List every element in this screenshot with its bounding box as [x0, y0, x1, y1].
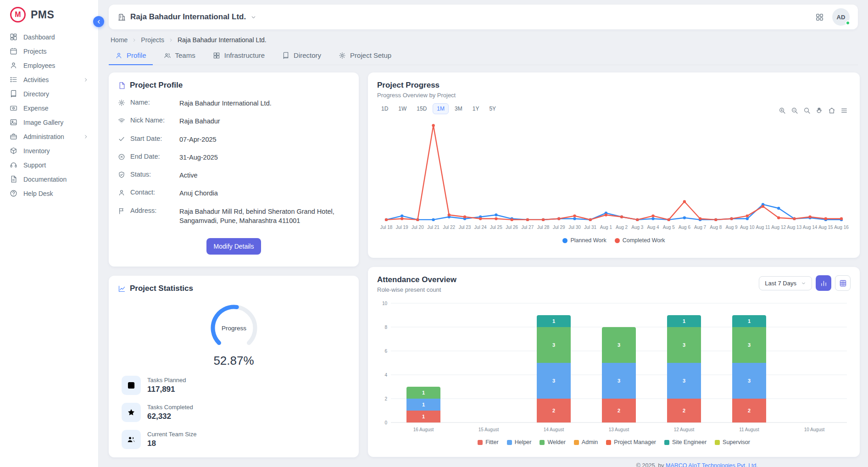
- date-range-select[interactable]: Last 7 Days: [759, 276, 812, 290]
- infrastructure-icon: [213, 52, 220, 59]
- range-button-5y[interactable]: 5Y: [485, 103, 500, 114]
- breadcrumb-separator-icon: [132, 38, 137, 43]
- progress-line-chart[interactable]: Jul 18Jul 19Jul 20Jul 21Jul 22Jul 23Jul …: [377, 114, 851, 233]
- time-range-selector: 1D1W15D1M3M1Y5Y: [377, 103, 500, 114]
- sidebar-item-image-gallery[interactable]: Image Gallery: [5, 115, 94, 129]
- directory-icon: [10, 90, 17, 98]
- zoom-out-icon[interactable]: [791, 107, 798, 114]
- person-icon: [115, 52, 122, 59]
- sidebar-item-activities[interactable]: Activities: [5, 72, 94, 87]
- sidebar-item-label: Help Desk: [23, 190, 53, 197]
- legend-swatch: [540, 440, 545, 445]
- sidebar-item-administration[interactable]: Administration: [5, 129, 94, 144]
- chevron-down-icon: [250, 14, 256, 20]
- tab-directory[interactable]: Directory: [276, 46, 328, 65]
- range-button-1w[interactable]: 1W: [394, 103, 411, 114]
- app-logo[interactable]: M PMS: [0, 0, 98, 28]
- tab-project-setup[interactable]: Project Setup: [332, 46, 398, 65]
- breadcrumb-link-projects[interactable]: Projects: [141, 36, 164, 44]
- attendance-bar-chart[interactable]: 024681011116 August15 August233114 Augus…: [377, 299, 851, 434]
- sidebar-item-label: Inventory: [23, 147, 50, 155]
- svg-text:Jul 19: Jul 19: [396, 225, 408, 230]
- svg-text:3: 3: [618, 378, 620, 384]
- magnifier-icon[interactable]: [803, 107, 811, 114]
- svg-text:1: 1: [422, 414, 425, 419]
- legend-item-completed-work[interactable]: Completed Work: [615, 237, 665, 244]
- field-label: Address:: [130, 207, 174, 214]
- svg-text:Jul 25: Jul 25: [490, 225, 502, 230]
- legend-item-site-engineer[interactable]: Site Engineer: [664, 439, 707, 445]
- user-avatar[interactable]: AD: [832, 8, 850, 26]
- range-button-1m[interactable]: 1M: [433, 103, 449, 114]
- bar-view-button[interactable]: [816, 275, 831, 291]
- svg-text:Aug 2: Aug 2: [616, 225, 628, 230]
- legend-item-admin[interactable]: Admin: [574, 439, 598, 445]
- legend-item-supervisor[interactable]: Supervisor: [715, 439, 750, 445]
- svg-text:8: 8: [384, 325, 387, 330]
- date-range-label: Last 7 Days: [765, 280, 796, 287]
- tab-infrastructure[interactable]: Infrastructure: [206, 46, 271, 65]
- sidebar-item-label: Image Gallery: [23, 119, 63, 126]
- teams-icon: [164, 52, 171, 59]
- legend-swatch: [615, 238, 620, 243]
- menu-icon[interactable]: [840, 107, 848, 114]
- stat-value: 62,332: [147, 412, 193, 421]
- sidebar-item-employees[interactable]: Employees: [5, 58, 94, 72]
- sidebar-item-directory[interactable]: Directory: [5, 87, 94, 101]
- sidebar-item-label: Support: [23, 161, 46, 169]
- table-view-button[interactable]: [835, 275, 851, 291]
- sidebar-item-projects[interactable]: Projects: [5, 44, 94, 58]
- svg-text:Jul 23: Jul 23: [459, 225, 471, 230]
- legend-item-fitter[interactable]: Fitter: [478, 439, 498, 445]
- tab-label: Teams: [175, 51, 195, 59]
- legend-item-project-manager[interactable]: Project Manager: [606, 439, 656, 445]
- tab-label: Project Setup: [350, 51, 391, 59]
- progress-card-subtitle: Progress Overview by Project: [377, 92, 851, 99]
- footer-link[interactable]: MARCO AIoT Technologies Pvt. Ltd.: [666, 462, 758, 467]
- sidebar-collapse-button[interactable]: [93, 16, 104, 27]
- sidebar-item-dashboard[interactable]: Dashboard: [5, 30, 94, 44]
- attendance-title-block: Attendance Overview Role-wise present co…: [377, 275, 456, 293]
- company-selector[interactable]: Raja Bahadur International Ltd.: [118, 12, 256, 22]
- home-icon[interactable]: [828, 107, 835, 114]
- dashboard-icon: [10, 33, 17, 41]
- range-button-15d[interactable]: 15D: [412, 103, 431, 114]
- sidebar-item-support[interactable]: Support: [5, 158, 94, 172]
- legend-swatch: [715, 440, 720, 445]
- pan-hand-icon[interactable]: [816, 107, 823, 114]
- range-button-3m[interactable]: 3M: [451, 103, 467, 114]
- support-icon: [10, 161, 17, 169]
- sidebar-item-documentation[interactable]: Documentation: [5, 172, 94, 186]
- breadcrumb-link-home[interactable]: Home: [111, 36, 128, 44]
- legend-item-planned-work[interactable]: Planned Work: [562, 237, 606, 244]
- breadcrumb: HomeProjectsRaja Bahadur International L…: [99, 29, 868, 44]
- sidebar-item-inventory[interactable]: Inventory: [5, 144, 94, 158]
- legend-item-welder[interactable]: Welder: [540, 439, 565, 445]
- svg-text:15 August: 15 August: [479, 427, 499, 432]
- header-actions: AD: [815, 8, 850, 26]
- range-button-1d[interactable]: 1D: [377, 103, 392, 114]
- zoom-in-icon[interactable]: [779, 107, 786, 114]
- svg-text:3: 3: [683, 378, 685, 384]
- legend-label: Helper: [515, 439, 532, 445]
- svg-text:2: 2: [683, 408, 685, 413]
- modify-details-button[interactable]: Modify Details: [206, 238, 262, 255]
- sidebar-item-help-desk[interactable]: Help Desk: [5, 186, 94, 200]
- apps-grid-icon[interactable]: [815, 13, 824, 22]
- stat-value: 117,891: [147, 385, 186, 394]
- svg-text:Aug 10: Aug 10: [740, 225, 755, 230]
- sidebar-item-expense[interactable]: Expense: [5, 101, 94, 115]
- svg-text:Jul 22: Jul 22: [443, 225, 455, 230]
- footer: © 2025, by MARCO AIoT Technologies Pvt. …: [636, 462, 758, 467]
- stat-value: 18: [147, 439, 196, 448]
- svg-text:3: 3: [552, 378, 555, 384]
- svg-text:Aug 13: Aug 13: [787, 225, 802, 230]
- range-button-1y[interactable]: 1Y: [468, 103, 484, 114]
- documentation-icon: [10, 175, 17, 183]
- tab-label: Directory: [294, 51, 321, 59]
- tab-teams[interactable]: Teams: [157, 46, 202, 65]
- chart-toolbar: [779, 107, 851, 114]
- employees-icon: [10, 61, 17, 69]
- legend-item-helper[interactable]: Helper: [507, 439, 532, 445]
- tab-profile[interactable]: Profile: [109, 46, 153, 65]
